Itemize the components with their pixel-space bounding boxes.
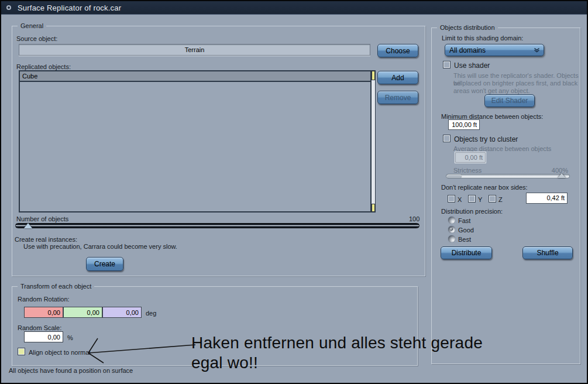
cluster-checkbox[interactable]	[443, 135, 450, 142]
distribute-button[interactable]: Distribute	[441, 246, 492, 259]
precision-best-label: Best	[458, 236, 471, 243]
rotation-unit-label: deg	[146, 310, 156, 317]
box-sides-label: Don't replicate near box sides:	[441, 184, 528, 191]
strictness-slider[interactable]	[446, 174, 570, 179]
align-to-normal-checkbox[interactable]	[18, 348, 25, 355]
scale-unit-label: %	[67, 334, 73, 341]
random-scale-label: Random Scale:	[18, 324, 61, 331]
precision-good-radio[interactable]	[448, 226, 455, 233]
use-shader-checkbox[interactable]	[443, 61, 450, 68]
dropdown-chevron-icon	[534, 47, 540, 53]
source-object-field[interactable]: Terrain	[19, 44, 370, 56]
min-distance-field[interactable]: 100,00 ft	[448, 119, 480, 130]
create-instances-label: Create real instances:	[15, 236, 77, 243]
transform-legend: Transform of each object	[18, 283, 94, 290]
choose-button[interactable]: Choose	[377, 44, 418, 57]
replicated-objects-label: Replicated objects:	[16, 63, 71, 70]
create-button[interactable]: Create	[86, 257, 123, 271]
number-of-objects-label: Number of objects	[16, 215, 68, 222]
distribution-legend: Objects distribution	[437, 24, 498, 31]
avg-distance-field[interactable]: 0,00 ft	[455, 152, 486, 163]
number-of-objects-slider-thumb[interactable]	[24, 223, 32, 228]
add-button[interactable]: Add	[377, 71, 418, 84]
annotation-line2: egal wo!!	[191, 353, 483, 373]
cluster-label: Objects try to cluster	[454, 135, 518, 143]
axis-x-checkbox[interactable]	[448, 196, 455, 202]
number-of-objects-slider[interactable]	[15, 223, 419, 228]
precision-best-radio[interactable]	[448, 235, 455, 242]
general-groupbox: General Source object: Terrain Choose Re…	[12, 26, 425, 276]
status-text: All objects have found a position on sur…	[9, 367, 133, 374]
axis-x-label: X	[458, 196, 462, 203]
avg-distance-label: Average distance between objects	[453, 145, 551, 152]
annotation-line1: Haken entfernen und alles steht gerade	[191, 333, 483, 353]
surface-replicator-window: Surface Replicator of rock.car General S…	[0, 0, 588, 384]
window-icon	[6, 5, 11, 10]
scrollbar-top-marker[interactable]	[372, 71, 375, 80]
window-title: Surface Replicator of rock.car	[18, 4, 121, 12]
strictness-label: Strictness	[453, 167, 482, 174]
strictness-slider-fill[interactable]	[447, 174, 462, 178]
source-object-label: Source object:	[16, 35, 57, 42]
box-distance-field[interactable]: 0,42 ft	[526, 193, 568, 204]
rotation-y-field[interactable]: 0,00	[63, 307, 102, 318]
number-of-objects-value: 100	[409, 215, 419, 222]
precision-label: Distribution precision:	[441, 208, 503, 215]
general-legend: General	[18, 22, 46, 29]
list-item-cube[interactable]: Cube	[20, 71, 370, 82]
precision-fast-label: Fast	[458, 217, 470, 224]
edit-shader-button[interactable]: Edit Shader	[484, 94, 535, 107]
shader-help-line2: be placed on brighter places first, and …	[453, 80, 577, 87]
shading-domain-label: Limit to this shading domain:	[442, 35, 523, 42]
axis-y-label: Y	[478, 196, 482, 203]
annotation-arrow	[85, 337, 198, 367]
strictness-slider-thumb[interactable]	[558, 173, 566, 178]
axis-z-checkbox[interactable]	[489, 196, 496, 202]
rotation-x-field[interactable]: 0,00	[24, 307, 63, 318]
create-warning-label: Use with precaution, Carrara could becom…	[23, 243, 177, 250]
precision-fast-radio[interactable]	[448, 217, 455, 224]
align-to-normal-label: Align object to normal	[29, 349, 91, 356]
list-scrollbar[interactable]	[371, 70, 376, 212]
scrollbar-bottom-marker[interactable]	[372, 204, 375, 212]
rotation-z-field[interactable]: 0,00	[102, 307, 142, 318]
shading-domain-value: All domains	[449, 46, 486, 54]
axis-y-checkbox[interactable]	[469, 196, 475, 202]
axis-z-label: Z	[498, 196, 503, 203]
distribution-groupbox: Objects distribution Limit to this shadi…	[431, 28, 580, 364]
precision-good-label: Good	[458, 227, 474, 234]
scale-field[interactable]: 0,00	[24, 331, 63, 342]
remove-button[interactable]: Remove	[377, 91, 418, 104]
annotation-text: Haken entfernen und alles steht gerade e…	[191, 333, 483, 373]
titlebar[interactable]: Surface Replicator of rock.car	[1, 1, 587, 15]
random-rotation-label: Random Rotation:	[18, 296, 70, 303]
shuffle-button[interactable]: Shuffle	[522, 246, 573, 259]
use-shader-label: Use shader	[454, 61, 490, 70]
replicated-objects-list[interactable]: Cube	[19, 70, 372, 212]
shading-domain-dropdown[interactable]: All domains	[445, 44, 544, 56]
